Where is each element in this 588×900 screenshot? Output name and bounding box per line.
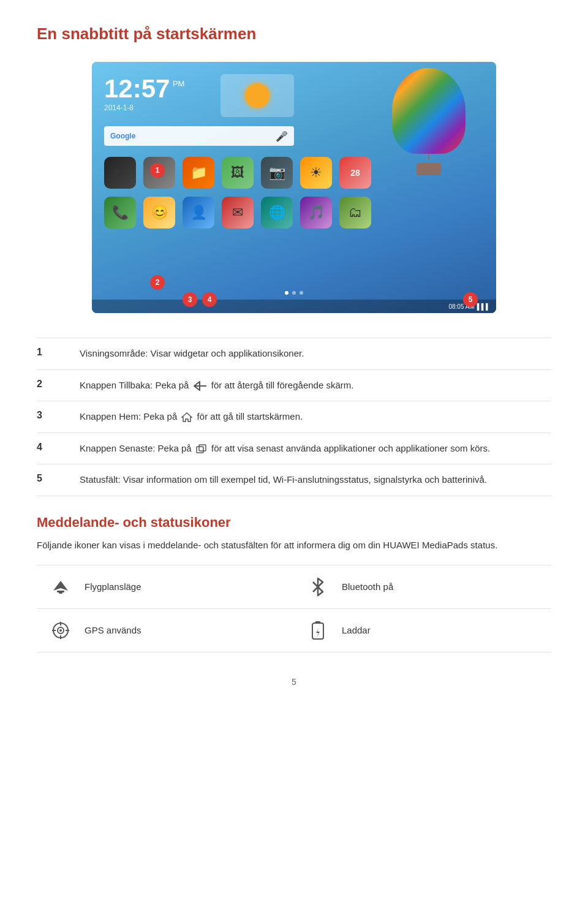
- svg-point-13: [59, 629, 62, 632]
- hot-air-balloon: [380, 68, 478, 191]
- desc-num-4: 4: [37, 442, 55, 453]
- balloon-rope: [428, 154, 429, 160]
- desc-text-3: Knappen Hem: Peka på för att gå till sta…: [80, 410, 551, 424]
- callout-3: 3: [183, 292, 197, 307]
- app-row-2: 📞 😊 👤 ✉ 🌐 🎵 🗂: [104, 197, 371, 229]
- signal-icon: ▌▌▌: [477, 303, 490, 310]
- nav-dots: [285, 291, 303, 295]
- clock-date: 2014-1-8: [104, 104, 184, 112]
- clock-time: 12:57 PM: [104, 74, 184, 104]
- icon-cell-bluetooth: Bluetooth på: [294, 565, 551, 608]
- icon-row-1: Flygplansläge Bluetooth på: [37, 565, 551, 609]
- gps-label: GPS används: [85, 625, 141, 635]
- section2-intro: Följande ikoner kan visas i meddelande- …: [37, 538, 551, 553]
- bluetooth-icon: [306, 575, 330, 599]
- app-icon-globe: 🌐: [261, 197, 293, 229]
- callout-4: 4: [202, 292, 217, 307]
- app-icon-mail: ✉: [222, 197, 254, 229]
- app-icon-camera: 📷: [261, 157, 293, 189]
- icon-cell-gps: GPS används: [37, 609, 294, 652]
- page-number: 5: [37, 677, 551, 687]
- phone-screen: 12:57 PM 2014-1-8 Google 🎤 ▶ ⚙ 📁 🖼 📷: [92, 62, 496, 313]
- desc-row-2: 2 Knappen Tillbaka: Peka på för att åter…: [37, 370, 551, 402]
- svg-rect-14: [312, 623, 323, 639]
- descriptions-table: 1 Visningsområde: Visar widgetar och app…: [37, 338, 551, 496]
- clock-widget: 12:57 PM 2014-1-8: [104, 74, 184, 112]
- svg-rect-15: [315, 621, 320, 624]
- app-icon-video: ▶: [104, 157, 136, 189]
- app-icon-archive: 🗂: [339, 197, 371, 229]
- app-icon-emoji: 😊: [143, 197, 175, 229]
- app-icon-weather: ☀: [300, 157, 332, 189]
- desc-num-2: 2: [37, 379, 55, 390]
- charging-label: Laddar: [342, 625, 371, 635]
- app-row-1: ▶ ⚙ 📁 🖼 📷 ☀ 28: [104, 157, 371, 189]
- desc-num-5: 5: [37, 473, 55, 484]
- phone-screenshot: 12:57 PM 2014-1-8 Google 🎤 ▶ ⚙ 📁 🖼 📷: [92, 62, 496, 313]
- svg-rect-6: [59, 592, 62, 594]
- gps-icon: [49, 619, 72, 642]
- page-title: En snabbtitt på startskärmen: [37, 25, 551, 43]
- desc-text-4: Knappen Senaste: Peka på för att visa se…: [80, 442, 551, 456]
- desc-num-3: 3: [37, 410, 55, 421]
- mic-icon: 🎤: [276, 130, 288, 142]
- svg-rect-3: [197, 447, 203, 453]
- recent-button-icon: [194, 444, 209, 454]
- desc-row-4: 4 Knappen Senaste: Peka på för att visa …: [37, 433, 551, 465]
- app-icon-music: 🎵: [300, 197, 332, 229]
- google-search-bar: Google 🎤: [104, 126, 294, 146]
- status-bar: 08:05 AM ▌▌▌: [92, 300, 496, 313]
- callout-1: 1: [150, 163, 165, 178]
- desc-text-2: Knappen Tillbaka: Peka på för att återgå…: [80, 379, 551, 393]
- nav-dot-1: [285, 291, 288, 295]
- desc-row-5: 5 Statusfält: Visar information om till …: [37, 464, 551, 496]
- desc-text-1: Visningsområde: Visar widgetar och appli…: [80, 347, 551, 361]
- icon-cell-charging: Laddar: [294, 609, 551, 652]
- desc-num-1: 1: [37, 347, 55, 358]
- bluetooth-label: Bluetooth på: [342, 581, 393, 592]
- svg-rect-4: [199, 445, 206, 451]
- home-button-icon: [179, 412, 194, 423]
- desc-row-3: 3 Knappen Hem: Peka på för att gå till s…: [37, 401, 551, 433]
- airplane-label: Flygplansläge: [85, 581, 141, 592]
- callout-5: 5: [463, 292, 478, 307]
- back-button-icon: [192, 381, 209, 391]
- balloon-basket: [417, 163, 441, 175]
- balloon-body: [392, 68, 466, 154]
- charging-icon: [306, 619, 330, 642]
- app-icon-files: 📁: [183, 157, 214, 189]
- svg-rect-5: [57, 591, 64, 592]
- nav-dot-2: [292, 291, 296, 295]
- desc-row-1: 1 Visningsområde: Visar widgetar och app…: [37, 338, 551, 370]
- app-icon-phone: 📞: [104, 197, 136, 229]
- app-icon-photos: 🖼: [222, 157, 254, 189]
- app-icon-contacts: 👤: [183, 197, 214, 229]
- nav-dot-3: [300, 291, 303, 295]
- callout-2: 2: [150, 275, 165, 290]
- google-logo: Google: [110, 132, 135, 140]
- icon-table: Flygplansläge Bluetooth på: [37, 565, 551, 652]
- svg-marker-2: [182, 413, 192, 422]
- desc-text-5: Statusfält: Visar information om till ex…: [80, 473, 551, 487]
- weather-widget: [221, 74, 294, 117]
- weather-sun-icon: [245, 83, 270, 108]
- airplane-icon: [49, 575, 72, 599]
- app-icon-calendar: 28: [339, 157, 371, 189]
- section2-title: Meddelande- och statusikoner: [37, 515, 551, 531]
- icon-cell-airplane: Flygplansläge: [37, 565, 294, 608]
- icon-row-2: GPS används Laddar: [37, 609, 551, 652]
